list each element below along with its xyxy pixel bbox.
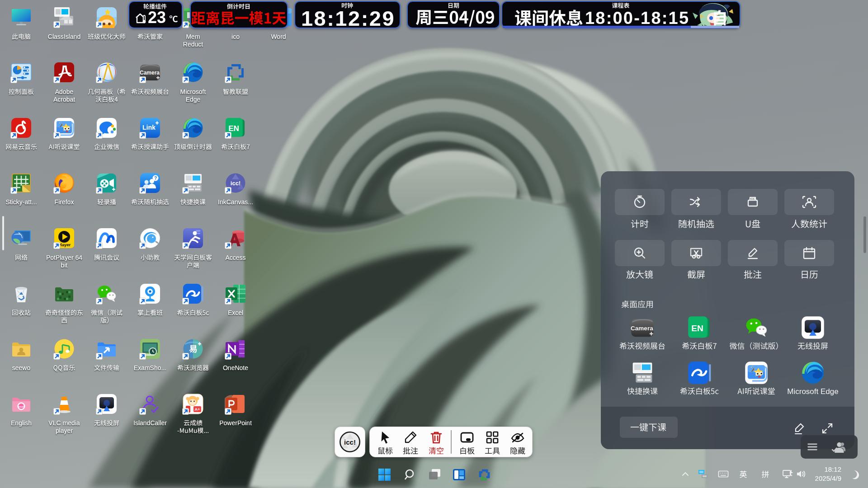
- svg-text:icc!: icc!: [231, 180, 241, 187]
- svg-text:Link: Link: [142, 124, 156, 131]
- svg-text:EN: EN: [691, 324, 703, 333]
- svg-text:?: ?: [154, 176, 157, 181]
- svg-text:A+: A+: [195, 407, 200, 412]
- svg-text:icc!: icc!: [344, 438, 356, 446]
- svg-text:osu!: osu!: [19, 405, 24, 408]
- svg-text:Camera: Camera: [631, 325, 653, 332]
- svg-text:EN: EN: [228, 124, 239, 133]
- svg-text:Camera: Camera: [140, 70, 160, 76]
